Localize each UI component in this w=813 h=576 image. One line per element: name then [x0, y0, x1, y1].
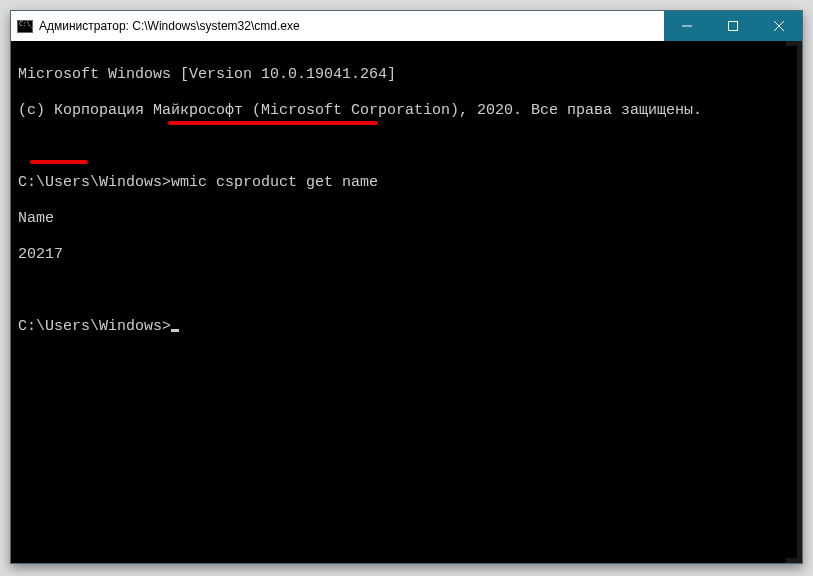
- annotation-underline-value: [30, 160, 88, 164]
- prompt-line-2: C:\Users\Windows>: [18, 318, 795, 336]
- prompt-line-1: C:\Users\Windows>wmic csproduct get name: [18, 174, 795, 192]
- maximize-icon: [728, 21, 738, 31]
- close-button[interactable]: [756, 11, 802, 41]
- result-value: 20217: [18, 246, 795, 264]
- window-controls: [664, 11, 802, 41]
- blank-line: [18, 138, 795, 156]
- window-title: Администратор: C:\Windows\system32\cmd.e…: [39, 19, 300, 33]
- cmd-icon: [17, 20, 33, 33]
- version-line: Microsoft Windows [Version 10.0.19041.26…: [18, 66, 795, 84]
- minimize-icon: [682, 21, 692, 31]
- console-output[interactable]: Microsoft Windows [Version 10.0.19041.26…: [16, 46, 797, 558]
- blank-line: [18, 282, 795, 300]
- maximize-button[interactable]: [710, 11, 756, 41]
- desktop-background: Администратор: C:\Windows\system32\cmd.e…: [0, 0, 813, 576]
- svg-rect-1: [729, 22, 738, 31]
- minimize-button[interactable]: [664, 11, 710, 41]
- command-text: wmic csproduct get name: [171, 174, 378, 191]
- close-icon: [774, 21, 784, 31]
- titlebar[interactable]: Администратор: C:\Windows\system32\cmd.e…: [11, 11, 802, 41]
- copyright-line: (c) Корпорация Майкрософт (Microsoft Cor…: [18, 102, 795, 120]
- text-cursor: [171, 329, 179, 332]
- prompt-prefix: C:\Users\Windows>: [18, 318, 171, 335]
- annotation-underline-command: [168, 121, 378, 125]
- cmd-window: Администратор: C:\Windows\system32\cmd.e…: [10, 10, 803, 564]
- prompt-prefix: C:\Users\Windows>: [18, 174, 171, 191]
- result-header: Name: [18, 210, 795, 228]
